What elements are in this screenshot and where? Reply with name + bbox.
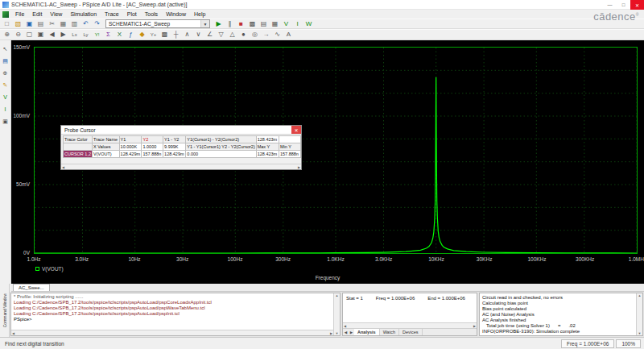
chevron-down-icon[interactable]: ▼ (200, 20, 209, 27)
menu-trace[interactable]: Trace (101, 11, 123, 17)
scroll-left-icon[interactable]: ◀ (62, 165, 64, 169)
tabs-scroll-left-icon[interactable]: ◀ (343, 330, 349, 334)
view-netlist-icon[interactable]: ▤ (258, 19, 269, 29)
scroll-right-icon[interactable]: ▶ (330, 331, 332, 335)
redo-icon[interactable]: ↷ (92, 19, 102, 29)
export-to-excel-icon[interactable]: X (114, 30, 125, 39)
menu-view[interactable]: View (46, 11, 66, 17)
menu-plot[interactable]: Plot (123, 11, 141, 17)
simlog-vscrollbar[interactable]: ▲▼ (636, 293, 642, 335)
mark-data-points-icon[interactable]: ∿ (272, 30, 283, 39)
save-file-icon[interactable]: ▣ (24, 19, 35, 29)
annotate-tool-icon[interactable]: ✎ (1, 80, 10, 89)
probe-cursor-titlebar[interactable]: Probe Cursor ✕ (61, 126, 301, 135)
current-marker-icon[interactable]: I (292, 19, 303, 29)
undo-icon[interactable]: ↶ (80, 19, 91, 29)
scroll-left-icon[interactable]: ◀ (12, 331, 14, 335)
menu-edit[interactable]: Edit (28, 11, 46, 17)
cursor-slope-icon[interactable]: ∠ (204, 30, 215, 39)
view-simulation-status-icon[interactable]: ▩ (247, 19, 258, 29)
probe-cursor-title: Probe Cursor (64, 127, 96, 133)
cursor-peak-icon[interactable]: ∧ (182, 30, 192, 39)
probe-cell-r1c1: X Values (93, 143, 120, 151)
output-hscrollbar[interactable]: ◀▶ (11, 330, 333, 335)
simulation-profile-combo[interactable]: SCHEMATIC1-AC_Sweep ▼ (105, 19, 210, 28)
scroll-right-icon[interactable]: ▶ (473, 324, 476, 328)
tabs-scroll-right-icon[interactable]: ▶ (349, 330, 354, 334)
zoom-out-icon[interactable]: ⊖ (13, 30, 23, 39)
output-vscrollbar[interactable]: ▲▼ (333, 293, 340, 335)
close-button[interactable]: ✕ (630, 0, 644, 10)
run-simulation-icon[interactable]: ▶ (213, 19, 224, 29)
current-probe-icon[interactable]: I (1, 104, 10, 114)
menu-help[interactable]: Help (190, 11, 209, 17)
probe-cursor-close-icon[interactable]: ✕ (291, 126, 301, 134)
add-trace-icon[interactable]: Y! (92, 30, 102, 39)
cursor-point-icon[interactable]: ● (238, 30, 249, 39)
evaluate-measurement-icon[interactable]: Σ (103, 30, 114, 39)
scroll-down-icon[interactable]: ▼ (336, 331, 339, 335)
sim-log-line: Bias point calculated (482, 306, 640, 312)
power-marker-icon[interactable]: W (303, 19, 314, 29)
maximize-button[interactable]: □ (617, 0, 630, 10)
x-axis-title: Frequency (11, 275, 644, 280)
scroll-left-icon[interactable]: ◀ (344, 324, 346, 328)
pause-simulation-icon[interactable]: ∥ (225, 19, 235, 29)
zoom-fit-icon[interactable]: ▣ (35, 30, 46, 39)
bottom-panes: * Profile: Initializing scripting ......… (10, 292, 644, 337)
cursor-search-icon[interactable]: ◎ (250, 30, 260, 39)
scroll-down-icon[interactable]: ▼ (638, 331, 642, 335)
voltage-marker-icon[interactable]: V (281, 19, 291, 29)
menu-tools[interactable]: Tools (141, 11, 162, 17)
copy-icon[interactable]: ▦ (58, 19, 68, 29)
trace-legend[interactable]: V(VOUT) (35, 266, 64, 272)
next-transition-icon[interactable]: → (261, 30, 271, 39)
next-view-icon[interactable]: ▶ (58, 30, 68, 39)
voltage-probe-icon[interactable]: V (1, 92, 10, 102)
view-output-file-icon[interactable]: ▦ (270, 19, 280, 29)
add-plot-icon[interactable]: ▩ (159, 30, 170, 39)
subtab-watch[interactable]: Watch (380, 329, 399, 335)
cut-icon[interactable]: ✂ (47, 19, 57, 29)
simstatus-hscrollbar[interactable]: ◀▶ (343, 322, 477, 328)
tab-ac-sweep[interactable]: AC_Swee... (13, 284, 50, 291)
zoom-area-icon[interactable]: ▢ (24, 30, 35, 39)
label-text-icon[interactable]: A (283, 30, 294, 39)
minimize-button[interactable]: — (603, 0, 617, 10)
window-controls: — □ ✕ (603, 0, 644, 10)
scroll-right-icon[interactable]: ▶ (298, 165, 300, 169)
scroll-up-icon[interactable]: ▲ (638, 293, 642, 297)
menu-file[interactable]: File (11, 11, 28, 17)
new-file-icon[interactable]: □ (2, 19, 12, 29)
probe-cursor-table: Trace ColorTrace NameY1Y2Y1 - Y2Y1(Curso… (63, 135, 301, 158)
log-y-axis-icon[interactable]: Ly (80, 30, 91, 39)
pointer-tool-icon[interactable]: ↖ (1, 44, 10, 53)
note-tool-icon[interactable]: ▣ (1, 116, 10, 126)
probe-cursor-hscrollbar[interactable]: ◀ ▶ (61, 164, 301, 169)
zoom-in-icon[interactable]: ⊕ (2, 30, 12, 39)
cursor-min-icon[interactable]: ▽ (216, 30, 226, 39)
previous-view-icon[interactable]: ◀ (47, 30, 57, 39)
scroll-up-icon[interactable]: ▲ (336, 293, 339, 297)
print-icon[interactable]: ▤ (35, 19, 46, 29)
open-file-icon[interactable]: ▧ (13, 19, 23, 29)
performance-analysis-icon[interactable]: ◆ (137, 30, 147, 39)
add-y-axis-icon[interactable]: Y+ (148, 30, 159, 39)
toggle-cursor-icon[interactable]: ┼ (171, 30, 181, 39)
command-window-tab[interactable]: Command Window (0, 284, 10, 337)
cursor-trough-icon[interactable]: ∨ (193, 30, 204, 39)
subtab-analysis[interactable]: Analysis (354, 329, 380, 335)
cursor-max-icon[interactable]: △ (227, 30, 237, 39)
menu-window[interactable]: Window (162, 11, 190, 17)
log-x-axis-icon[interactable]: Lx (69, 30, 80, 39)
zoom-tool-icon[interactable]: ⊕ (1, 68, 10, 77)
paste-icon[interactable]: ▥ (69, 19, 80, 29)
menu-simulation[interactable]: Simulation (66, 11, 101, 17)
fourier-icon[interactable]: ƒ (126, 30, 136, 39)
waveform-window-icon[interactable]: ▤ (1, 56, 10, 65)
probe-cell-r2c4: 128.429m (163, 151, 186, 158)
probe-cursor-dialog[interactable]: Probe Cursor ✕ Trace ColorTrace NameY1Y2… (60, 125, 302, 170)
subtab-devices[interactable]: Devices (399, 329, 423, 335)
probe-cell-r2c0[interactable]: CURSOR 1,2 (64, 151, 93, 158)
stop-simulation-icon[interactable]: ■ (236, 19, 246, 29)
